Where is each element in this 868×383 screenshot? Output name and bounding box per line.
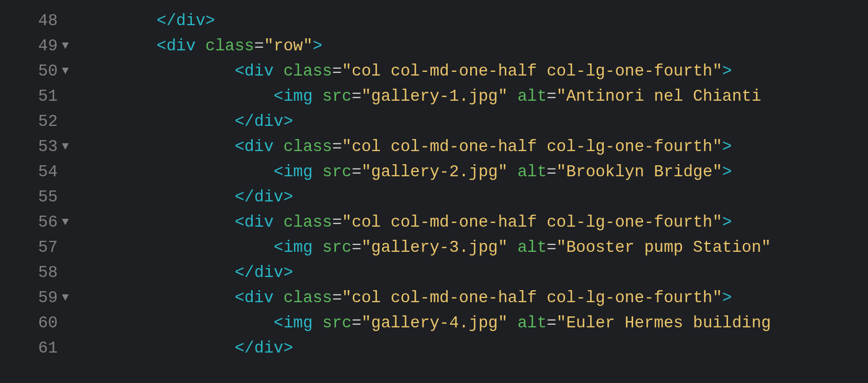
code-content[interactable]: <img src="gallery-1.jpg" alt="Antinori n… bbox=[79, 84, 761, 109]
code-content[interactable]: <div class="col col-md-one-half col-lg-o… bbox=[79, 210, 732, 235]
code-content[interactable]: </div> bbox=[79, 260, 293, 285]
code-line[interactable]: 52 </div> bbox=[0, 109, 868, 134]
line-number[interactable]: 48 bbox=[0, 8, 58, 34]
code-content[interactable]: </div> bbox=[79, 336, 293, 361]
line-number[interactable]: 57 bbox=[0, 235, 58, 260]
line-number[interactable]: 47 bbox=[0, 0, 58, 8]
code-line[interactable]: 49▼ <div class="row"> bbox=[0, 34, 868, 59]
code-content[interactable]: </div> bbox=[79, 0, 293, 8]
code-line[interactable]: 48 </div> bbox=[0, 8, 868, 34]
code-line[interactable]: 51 <img src="gallery-1.jpg" alt="Antinor… bbox=[0, 84, 868, 109]
fold-toggle-icon[interactable]: ▼ bbox=[62, 210, 72, 235]
code-line[interactable]: 58 </div> bbox=[0, 260, 868, 285]
fold-toggle-icon[interactable]: ▼ bbox=[62, 134, 72, 159]
code-line[interactable]: 55 </div> bbox=[0, 185, 868, 210]
line-number[interactable]: 51 bbox=[0, 84, 58, 109]
line-number[interactable]: 58 bbox=[0, 260, 58, 285]
code-content[interactable]: </div> bbox=[79, 8, 215, 34]
line-number[interactable]: 54 bbox=[0, 159, 58, 185]
code-content[interactable]: </div> bbox=[79, 185, 293, 210]
line-number[interactable]: 55 bbox=[0, 185, 58, 210]
code-content[interactable]: <div class="col col-md-one-half col-lg-o… bbox=[79, 134, 732, 159]
code-line[interactable]: 56▼ <div class="col col-md-one-half col-… bbox=[0, 210, 868, 235]
fold-toggle-icon[interactable]: ▼ bbox=[62, 34, 72, 59]
code-content[interactable]: <div class="col col-md-one-half col-lg-o… bbox=[79, 285, 732, 311]
code-line[interactable]: 53▼ <div class="col col-md-one-half col-… bbox=[0, 134, 868, 159]
line-number[interactable]: 50 bbox=[0, 59, 58, 84]
line-number[interactable]: 61 bbox=[0, 336, 58, 361]
line-number[interactable]: 52 bbox=[0, 109, 58, 134]
code-content[interactable]: </div> bbox=[79, 109, 293, 134]
line-number[interactable]: 60 bbox=[0, 311, 58, 336]
code-line[interactable]: 60 <img src="gallery-4.jpg" alt="Euler H… bbox=[0, 311, 868, 336]
code-line[interactable]: 47 </div> bbox=[0, 0, 868, 8]
fold-toggle-icon[interactable]: ▼ bbox=[62, 59, 72, 84]
code-line[interactable]: 57 <img src="gallery-3.jpg" alt="Booster… bbox=[0, 235, 868, 260]
line-number[interactable]: 56 bbox=[0, 210, 58, 235]
code-content[interactable]: <img src="gallery-3.jpg" alt="Booster pu… bbox=[79, 235, 771, 260]
line-number[interactable]: 49 bbox=[0, 34, 58, 59]
code-content[interactable]: <div class="row"> bbox=[79, 34, 322, 59]
code-line[interactable]: 50▼ <div class="col col-md-one-half col-… bbox=[0, 59, 868, 84]
code-content[interactable]: <img src="gallery-2.jpg" alt="Brooklyn B… bbox=[79, 159, 732, 185]
code-content[interactable]: <div class="col col-md-one-half col-lg-o… bbox=[79, 59, 732, 84]
code-content[interactable]: <img src="gallery-4.jpg" alt="Euler Herm… bbox=[79, 311, 771, 336]
code-line[interactable]: 59▼ <div class="col col-md-one-half col-… bbox=[0, 285, 868, 311]
line-number[interactable]: 53 bbox=[0, 134, 58, 159]
code-line[interactable]: 54 <img src="gallery-2.jpg" alt="Brookly… bbox=[0, 159, 868, 185]
line-number[interactable]: 59 bbox=[0, 285, 58, 311]
code-line[interactable]: 61 </div> bbox=[0, 336, 868, 361]
code-editor[interactable]: 47 </div>48 </div>49▼ <div class="row">5… bbox=[0, 0, 868, 366]
fold-toggle-icon[interactable]: ▼ bbox=[62, 285, 72, 311]
